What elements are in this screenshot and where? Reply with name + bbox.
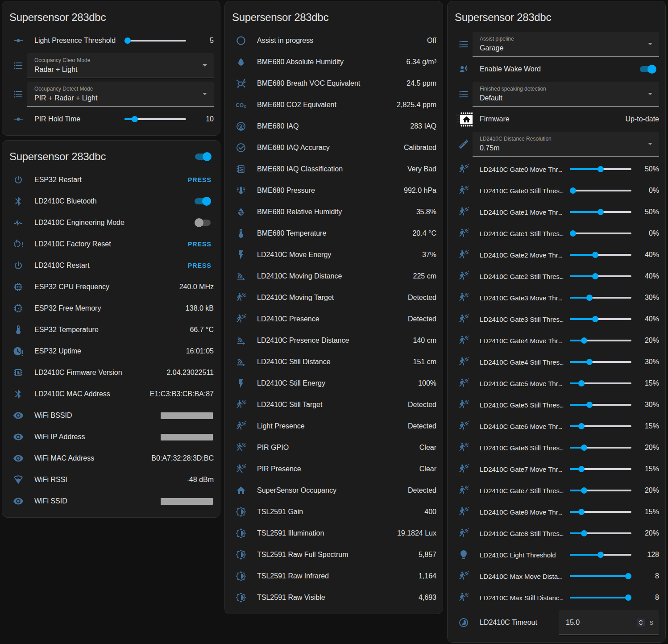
svg-text:32: 32 — [17, 285, 21, 289]
svg-text:CO: CO — [236, 102, 244, 108]
svg-text:2: 2 — [244, 104, 246, 108]
